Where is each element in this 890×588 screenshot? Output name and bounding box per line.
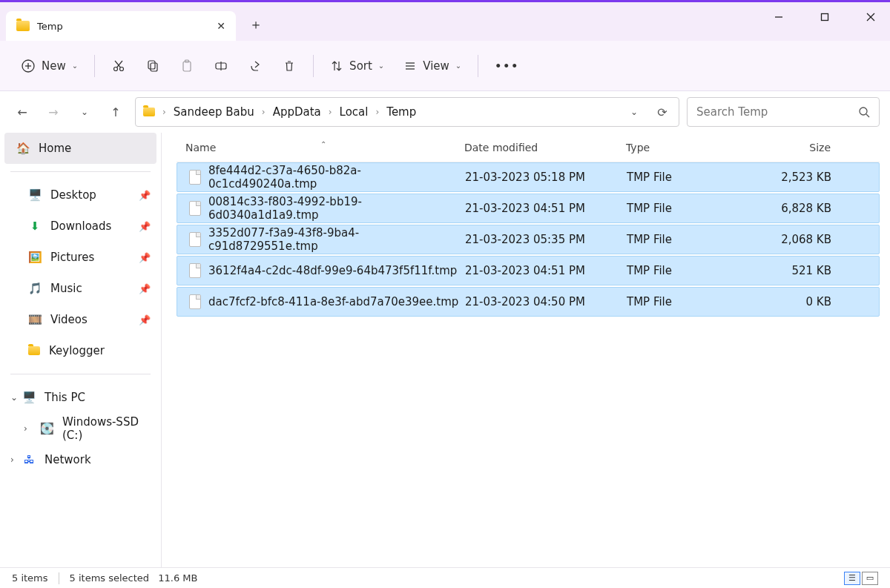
nav-arrows: ← → ⌄ ↑	[10, 103, 128, 121]
close-tab-button[interactable]: ✕	[217, 20, 225, 32]
file-date: 21-03-2023 05:35 PM	[465, 233, 627, 246]
folder-icon	[143, 108, 155, 116]
sidebar-item-desktop[interactable]: 🖥️Desktop📌	[0, 179, 161, 211]
status-bar: 5 items 5 items selected 11.6 MB ☰ ▭	[0, 567, 890, 588]
forward-button[interactable]: →	[44, 103, 62, 121]
file-type: TMP File	[627, 171, 757, 184]
details-view-button[interactable]: ☰	[844, 572, 860, 585]
address-dropdown[interactable]: ⌄	[625, 103, 643, 121]
svg-rect-11	[148, 61, 155, 69]
sidebar-label: Pictures	[50, 251, 94, 264]
grid-view-button[interactable]: ▭	[862, 572, 878, 585]
svg-rect-1	[822, 14, 828, 21]
refresh-button[interactable]: ⟳	[653, 103, 671, 121]
window-controls	[765, 7, 884, 27]
file-size: 6,828 KB	[757, 202, 839, 215]
sidebar-label: Network	[44, 453, 91, 466]
sidebar-label: Downloads	[50, 219, 111, 233]
chevron-right-icon: ›	[375, 107, 379, 117]
sidebar-label: Keylogger	[49, 344, 105, 357]
search-input[interactable]	[696, 105, 858, 119]
separator	[10, 374, 151, 374]
search-icon	[858, 106, 870, 118]
tab-title: Temp	[37, 21, 209, 32]
table-row[interactable]: 8fe444d2-c37a-4650-b82a-0c1cd490240a.tmp…	[177, 162, 880, 192]
svg-rect-12	[151, 63, 157, 71]
new-tab-button[interactable]: ＋	[249, 16, 263, 33]
table-row[interactable]: 00814c33-f803-4992-bb19-6d0340a1d1a9.tmp…	[177, 194, 880, 223]
sidebar-item-pictures[interactable]: 🖼️Pictures📌	[0, 242, 161, 273]
file-size: 521 KB	[757, 264, 839, 277]
status-selected: 5 items selected	[70, 572, 150, 584]
copy-button[interactable]	[138, 51, 168, 81]
more-button[interactable]: •••	[487, 51, 527, 81]
sidebar-item-drive[interactable]: ›💽Windows-SSD (C:)	[0, 413, 161, 444]
file-icon	[189, 170, 201, 185]
window-tab[interactable]: Temp ✕	[6, 11, 236, 41]
pin-icon: 📌	[139, 314, 151, 326]
status-size: 11.6 MB	[158, 572, 197, 584]
file-type: TMP File	[627, 264, 757, 277]
recent-dropdown[interactable]: ⌄	[76, 103, 93, 121]
pictures-icon: 🖼️	[28, 251, 42, 264]
sidebar-item-videos[interactable]: 🎞️Videos📌	[0, 304, 161, 335]
share-button[interactable]	[240, 51, 270, 81]
separator	[59, 572, 59, 584]
view-toggles: ☰ ▭	[844, 572, 878, 585]
close-button[interactable]	[857, 7, 884, 27]
breadcrumb-item[interactable]: Temp	[386, 105, 416, 119]
body: 🏠 Home 🖥️Desktop📌 ⬇Downloads📌 🖼️Pictures…	[0, 133, 890, 567]
breadcrumb-item[interactable]: Sandeep Babu	[174, 105, 254, 119]
sidebar-item-keylogger[interactable]: Keylogger	[0, 335, 161, 366]
separator	[94, 55, 95, 77]
chevron-down-icon[interactable]: ⌄	[10, 392, 18, 403]
up-button[interactable]: ↑	[107, 103, 125, 121]
download-icon: ⬇	[28, 219, 42, 233]
new-button[interactable]: New ⌄	[13, 51, 85, 81]
sort-button[interactable]: Sort ⌄	[323, 51, 392, 81]
file-icon	[189, 263, 201, 278]
cut-button[interactable]	[104, 51, 134, 81]
sidebar-item-network[interactable]: ›🖧Network	[0, 444, 161, 475]
column-size[interactable]: Size	[756, 142, 838, 153]
sidebar-label: Music	[50, 282, 82, 295]
maximize-button[interactable]	[811, 7, 838, 27]
table-row[interactable]: dac7fcf2-bfc8-411a-8e3f-abd7a70e39ee.tmp…	[177, 287, 880, 317]
breadcrumb-item[interactable]: Local	[340, 105, 369, 119]
paste-button[interactable]	[172, 51, 202, 81]
table-row[interactable]: 3352d077-f3a9-43f8-9ba4-c91d8729551e.tmp…	[177, 225, 880, 254]
ellipsis-icon: •••	[495, 60, 519, 72]
svg-point-7	[114, 67, 118, 70]
file-type: TMP File	[627, 295, 757, 308]
view-button[interactable]: View ⌄	[396, 51, 469, 81]
column-name[interactable]: Name⌃	[177, 142, 464, 153]
column-date[interactable]: Date modified	[464, 142, 626, 153]
file-name: 3352d077-f3a9-43f8-9ba4-c91d8729551e.tmp	[208, 226, 465, 253]
column-type[interactable]: Type	[626, 142, 756, 153]
address-bar[interactable]: › Sandeep Babu › AppData › Local › Temp …	[135, 97, 679, 127]
minimize-button[interactable]	[765, 7, 792, 27]
breadcrumb-item[interactable]: AppData	[273, 105, 321, 119]
sidebar-item-thispc[interactable]: ⌄🖥️This PC	[0, 382, 161, 413]
plus-circle-icon	[21, 59, 36, 73]
sidebar-label: This PC	[44, 391, 85, 404]
chevron-right-icon: ›	[262, 107, 266, 117]
chevron-right-icon[interactable]: ›	[10, 455, 14, 465]
separator	[313, 55, 314, 77]
back-button[interactable]: ←	[13, 103, 31, 121]
music-icon: 🎵	[28, 282, 42, 295]
file-type: TMP File	[627, 233, 757, 246]
delete-button[interactable]	[274, 51, 304, 81]
sidebar-item-music[interactable]: 🎵Music📌	[0, 273, 161, 304]
search-box[interactable]	[687, 97, 880, 127]
sidebar-item-home[interactable]: 🏠 Home	[4, 133, 156, 164]
copy-icon	[145, 59, 160, 73]
chevron-right-icon[interactable]: ›	[24, 423, 27, 434]
pin-icon: 📌	[139, 221, 151, 232]
home-icon: 🏠	[16, 142, 30, 155]
sidebar-item-downloads[interactable]: ⬇Downloads📌	[0, 211, 161, 242]
pin-icon: 📌	[139, 283, 151, 294]
table-row[interactable]: 3612f4a4-c2dc-48df-99e9-64b473f5f11f.tmp…	[177, 256, 880, 285]
chevron-down-icon: ⌄	[72, 62, 78, 70]
rename-button[interactable]	[206, 51, 236, 81]
